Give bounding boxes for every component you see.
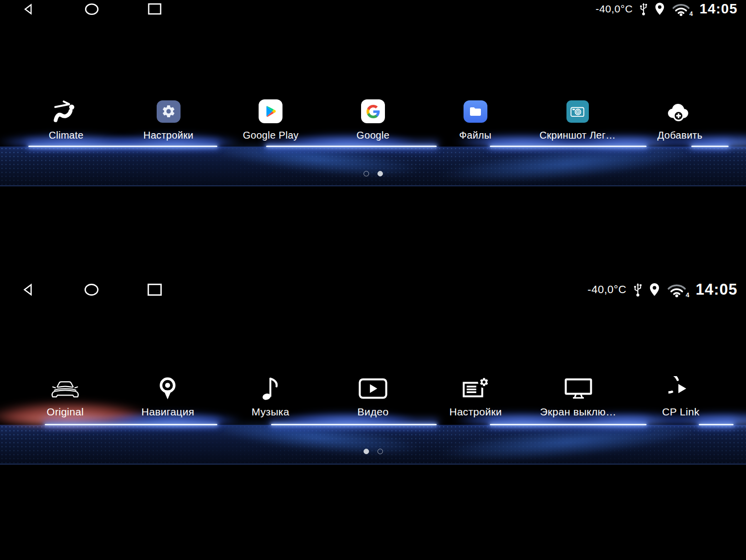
app-files[interactable]: Файлы <box>424 97 527 141</box>
app-original[interactable]: Original <box>14 374 116 418</box>
wave-background-bottom <box>0 425 746 465</box>
app-cp-link[interactable]: CP Link <box>630 374 732 418</box>
status-bar-top: -40,0°C 4 14:05 <box>0 0 746 18</box>
app-climate[interactable]: Climate <box>15 97 117 141</box>
wifi-icon: 4 <box>671 1 693 16</box>
app-label: Google Play <box>243 130 298 141</box>
usb-icon <box>633 282 643 297</box>
app-label: CP Link <box>662 406 699 418</box>
recents-button[interactable] <box>146 3 163 15</box>
back-button[interactable] <box>20 282 37 297</box>
app-label: Настройки <box>143 130 193 141</box>
app-settings-bottom[interactable]: Настройки <box>424 374 527 418</box>
app-label: Climate <box>49 130 84 141</box>
wifi-level-badge: 4 <box>690 10 693 16</box>
app-settings[interactable]: Настройки <box>117 97 220 141</box>
home-button[interactable] <box>83 282 100 297</box>
app-label: Google <box>357 130 389 141</box>
home-icon <box>83 282 100 297</box>
page-dot[interactable] <box>377 171 383 176</box>
add-cloud-icon <box>665 97 694 126</box>
app-label: Добавить <box>657 130 703 141</box>
music-note-icon <box>261 374 280 403</box>
settings-panel-icon <box>462 374 489 403</box>
back-icon <box>21 282 36 297</box>
car-launcher-screenshots: -40,0°C 4 14:05 Climate <box>0 0 746 560</box>
recents-icon <box>148 3 162 15</box>
wifi-icon: 4 <box>666 282 690 298</box>
climate-seat-icon <box>52 97 80 126</box>
app-google-play[interactable]: Google Play <box>219 97 322 141</box>
temperature-reading: -40,0°C <box>595 3 633 15</box>
car-icon <box>50 374 81 403</box>
clock: 14:05 <box>699 1 738 17</box>
video-play-icon <box>359 374 387 403</box>
app-row-top: Climate Настройки Google Play <box>15 97 731 141</box>
app-label: Экран выклю… <box>540 406 616 418</box>
clock: 14:05 <box>696 281 738 299</box>
page-indicator-bottom <box>0 449 746 454</box>
settings-gear-icon <box>157 100 181 123</box>
home-button[interactable] <box>83 2 100 16</box>
app-label: Скриншот Лег… <box>540 130 616 141</box>
temperature-reading: -40,0°C <box>587 283 626 296</box>
app-add[interactable]: Добавить <box>629 97 731 141</box>
location-icon <box>649 282 660 297</box>
app-video[interactable]: Видео <box>322 374 424 418</box>
screenshot-camera-icon <box>566 100 589 123</box>
google-g-icon <box>361 99 385 123</box>
status-indicators: -40,0°C 4 14:05 <box>595 0 738 18</box>
android-nav-keys <box>20 0 163 18</box>
wave-background-top <box>0 147 746 186</box>
page-dot[interactable] <box>364 449 369 454</box>
app-google[interactable]: Google <box>322 97 424 141</box>
location-icon <box>654 2 665 16</box>
app-label: Файлы <box>459 130 491 141</box>
app-music[interactable]: Музыка <box>219 374 322 418</box>
files-folder-icon <box>464 100 487 123</box>
recents-button[interactable] <box>146 283 163 296</box>
usb-icon <box>639 2 649 16</box>
app-label: Original <box>47 406 84 418</box>
page-dot[interactable] <box>364 171 369 176</box>
cp-link-icon <box>668 374 693 403</box>
android-nav-keys <box>20 278 163 301</box>
app-row-bottom: Original Навигация Музыка Видео Настройк… <box>14 374 732 418</box>
app-label: Музыка <box>252 406 289 418</box>
navigation-pin-icon <box>156 374 179 403</box>
page-dot[interactable] <box>377 449 383 454</box>
screen-off-monitor-icon <box>564 374 593 403</box>
home-icon <box>84 2 100 16</box>
app-label: Видео <box>358 406 389 418</box>
back-icon <box>22 2 35 16</box>
recents-icon <box>147 283 162 296</box>
app-navigation[interactable]: Навигация <box>116 374 219 418</box>
app-screenshot[interactable]: Скриншот Лег… <box>527 97 629 141</box>
app-screen-off[interactable]: Экран выклю… <box>527 374 629 418</box>
google-play-icon <box>259 99 282 123</box>
app-label: Навигация <box>141 406 194 418</box>
status-indicators: -40,0°C 4 14:05 <box>587 278 738 301</box>
back-button[interactable] <box>20 2 37 16</box>
app-label: Настройки <box>449 406 502 418</box>
page-indicator-top <box>0 171 746 176</box>
status-bar-bottom: -40,0°C 4 14:05 <box>0 278 746 301</box>
wifi-level-badge: 4 <box>685 291 689 298</box>
